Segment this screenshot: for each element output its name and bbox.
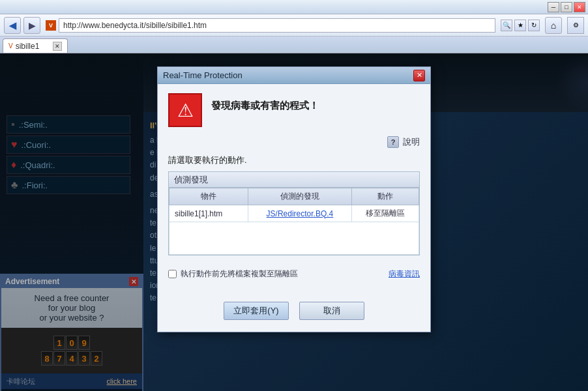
table-empty-row (169, 222, 419, 255)
refresh-icon[interactable]: ↻ (528, 20, 540, 31)
help-section: ? 說明 (168, 136, 420, 148)
col-item-header: 物件 (169, 188, 248, 205)
back-button[interactable]: ◀ (4, 17, 21, 34)
dialog-buttons: 立即套用(Y) 取消 (168, 297, 420, 323)
tab-label: sibille1 (16, 42, 40, 51)
help-label: 說明 (403, 136, 420, 148)
forward-button[interactable]: ▶ (23, 17, 40, 34)
warning-triangle-icon: ⚠ (177, 100, 194, 121)
row-action: 移至隔離區 (352, 205, 419, 222)
help-icon[interactable]: ? (387, 136, 399, 148)
modal-overlay: Real-Time Protection ✕ ⚠ 發現病毒或有害的程式！ ? (0, 53, 588, 391)
browser-window: ─ □ ✕ ◀ ▶ V http://www.benedycta.it/sibi… (0, 0, 588, 391)
url-text: http://www.benedycta.it/sibille/sibille1… (63, 21, 207, 30)
search-icon[interactable]: 🔍 (501, 20, 512, 31)
title-bar: ─ □ ✕ (0, 0, 588, 14)
detection-header: 偵測發現 (169, 172, 419, 188)
detection-box: 偵測發現 物件 偵測的發現 動作 si (168, 171, 420, 255)
nav-bar: ◀ ▶ V http://www.benedycta.it/sibille/si… (0, 14, 588, 36)
dialog-titlebar: Real-Time Protection ✕ (158, 67, 430, 84)
bottom-row: 執行動作前先將檔案複製至隔離區 病毒資訊 (168, 262, 420, 286)
address-icons: 🔍 ★ ↻ (501, 20, 540, 31)
dialog-warning-text: 發現病毒或有害的程式！ (211, 93, 319, 112)
browser-tab[interactable]: V sibille1 ✕ (3, 38, 68, 53)
dialog-top-section: ⚠ 發現病毒或有害的程式！ (168, 93, 420, 127)
copy-checkbox[interactable] (168, 270, 177, 278)
virus-info-link[interactable]: 病毒資訊 (389, 268, 420, 280)
dialog-title: Real-Time Protection (163, 70, 243, 80)
close-button[interactable]: ✕ (574, 2, 585, 12)
row-filename: sibille1[1].htm (169, 205, 248, 222)
minimize-button[interactable]: ─ (548, 2, 559, 12)
table-row: sibille1[1].htm JS/Redirector.BQ.4 移至隔離區 (169, 205, 419, 222)
dialog-body: ⚠ 發現病毒或有害的程式！ ? 說明 請選取要執行的動作. 偵測發現 (158, 84, 430, 332)
checkbox-row: 執行動作前先將檔案複製至隔離區 (168, 268, 298, 280)
detection-table: 物件 偵測的發現 動作 sibille1[1].htm JS/Redirecto… (169, 188, 419, 255)
maximize-button[interactable]: □ (561, 2, 572, 12)
browser-favicon: V (46, 20, 56, 31)
bookmark-icon[interactable]: ★ (514, 20, 526, 31)
tab-bar: V sibille1 ✕ (0, 36, 588, 53)
tab-close-button[interactable]: ✕ (53, 42, 62, 51)
cancel-button[interactable]: 取消 (299, 302, 364, 320)
apply-button[interactable]: 立即套用(Y) (224, 302, 289, 320)
row-detection[interactable]: JS/Redirector.BQ.4 (248, 205, 352, 222)
title-bar-buttons: ─ □ ✕ (548, 2, 585, 12)
col-action-header: 動作 (352, 188, 419, 205)
col-detection-header: 偵測的發現 (248, 188, 352, 205)
action-label: 請選取要執行的動作. (168, 154, 420, 166)
settings-icon[interactable]: ⚙ (567, 17, 584, 34)
checkbox-label: 執行動作前先將檔案複製至隔離區 (181, 268, 298, 280)
address-bar[interactable]: http://www.benedycta.it/sibille/sibille1… (59, 18, 495, 33)
protection-dialog: Real-Time Protection ✕ ⚠ 發現病毒或有害的程式！ ? (157, 66, 431, 332)
home-button[interactable]: ⌂ (545, 17, 562, 34)
warning-icon-box: ⚠ (168, 93, 202, 127)
dialog-close-button[interactable]: ✕ (413, 70, 425, 81)
content-area: Le Sibi ▪ .:Semi:. ♥ .:Cuori:. ♦ .:Quadr… (0, 53, 588, 391)
